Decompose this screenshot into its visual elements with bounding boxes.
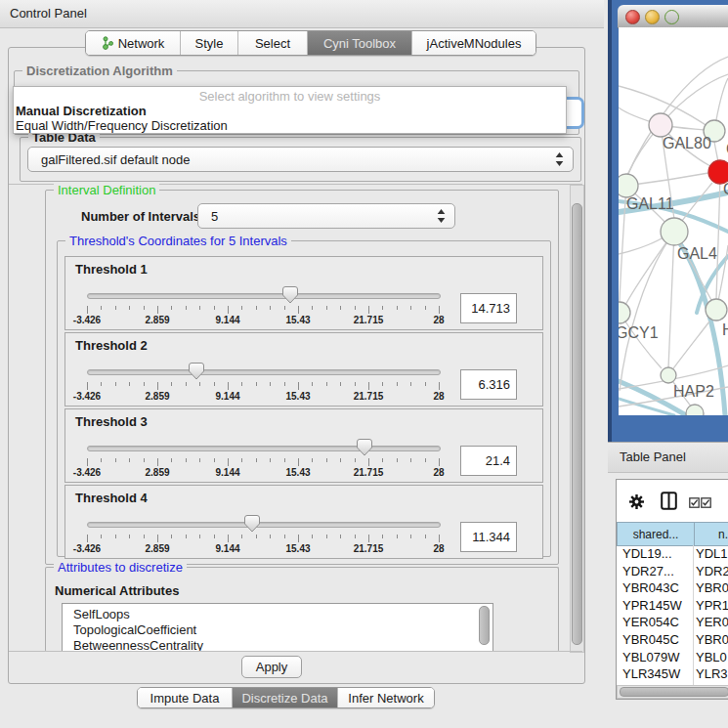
attributes-list[interactable]: SelfLoopsTopologicalCoefficientBetweenne… (62, 603, 493, 652)
slider-tick (410, 382, 411, 386)
tab-style[interactable]: Style (181, 31, 238, 55)
network-node-gcy1[interactable] (619, 302, 630, 323)
table-row-cell[interactable]: YBR043C (622, 580, 679, 595)
network-edge[interactable] (619, 236, 664, 254)
slider-tick (115, 306, 116, 310)
list-item-selfloops[interactable]: SelfLoops (73, 607, 130, 621)
tab-network[interactable]: Network (86, 31, 181, 55)
tab-jactivemnodules[interactable]: jActiveMNodules (412, 31, 535, 55)
threshold-value-field[interactable]: 21.4 (460, 446, 517, 476)
slider-tick (115, 382, 116, 386)
network-edge[interactable] (716, 172, 720, 299)
close-traffic-light[interactable] (625, 10, 640, 24)
tab-cyni-toolbox[interactable]: Cyni Toolbox (308, 31, 412, 55)
network-node-node-h[interactable] (706, 299, 727, 321)
network-edge[interactable] (668, 232, 674, 368)
slider-tick-label: 2.859 (145, 391, 169, 402)
table-row-cell[interactable]: YER0 (696, 615, 728, 629)
slider-tick (425, 382, 426, 386)
network-edge[interactable] (668, 321, 709, 375)
panel-scrollbar-thumb[interactable] (572, 203, 582, 645)
network-graph[interactable]: GAL80GCGAL11GAL4GCY1HHAP2 (619, 27, 728, 415)
column-header-name[interactable]: n... (694, 522, 728, 546)
slider-tick (144, 535, 145, 538)
table-row-cell[interactable]: YBR0 (696, 580, 728, 595)
split-view-icon[interactable] (661, 492, 677, 514)
table-row-cell[interactable]: YPR145W (622, 598, 682, 613)
checkbox-checked-icon[interactable] (701, 494, 711, 512)
table-row-cell[interactable]: YLR345W (622, 666, 680, 681)
table-hscrollbar-thumb[interactable] (620, 687, 728, 697)
apply-button[interactable]: Apply (241, 656, 302, 678)
number-of-intervals-spinner[interactable]: 5 (197, 203, 455, 229)
attributes-list-scrollbar[interactable] (479, 606, 490, 645)
threshold-slider-thumb[interactable] (356, 438, 373, 457)
table-row-cell[interactable]: YPR1 (696, 598, 728, 613)
table-hscrollbar-track[interactable] (617, 685, 728, 699)
network-node-label: H (722, 321, 728, 338)
table-row-cell[interactable]: YDL1 (696, 546, 728, 561)
slider-tick (270, 458, 271, 462)
tab-discretize-data[interactable]: Discretize Data (233, 688, 338, 707)
gear-icon[interactable] (628, 493, 645, 514)
table-row-cell[interactable]: YDR27... (622, 564, 674, 578)
slider-tick-label: 15.43 (285, 391, 310, 402)
list-item-betweennesscentrality[interactable]: BetweennessCentrality (73, 638, 203, 652)
slider-tick (368, 382, 369, 390)
threshold-value-field[interactable]: 11.344 (460, 522, 517, 552)
table-row-cell[interactable]: YBR045C (622, 632, 679, 647)
tab-infer-network[interactable]: Infer Network (338, 688, 434, 707)
tab-impute-data[interactable]: Impute Data (138, 688, 233, 707)
network-node-bottom-node[interactable] (686, 405, 704, 415)
threshold-value-field[interactable]: 6.316 (460, 369, 517, 400)
slider-tick (101, 382, 102, 386)
dropdown-option-equal-width-frequency[interactable]: Equal Width/Frequency Discretization (16, 118, 228, 133)
table-row-cell[interactable]: YDL19... (622, 546, 672, 561)
network-edge[interactable] (627, 57, 728, 175)
network-node-gal80[interactable] (649, 113, 672, 137)
minimize-traffic-light[interactable] (645, 10, 660, 24)
threshold-slider-track[interactable] (87, 522, 441, 528)
slider-tick (228, 306, 229, 314)
network-window-titlebar[interactable] (618, 5, 728, 28)
network-node-gal4[interactable] (661, 218, 688, 245)
slider-tick (214, 382, 215, 386)
slider-tick (425, 535, 426, 538)
table-row-cell[interactable]: YBL0 (696, 650, 727, 664)
slider-tick (410, 306, 411, 310)
table-row-cell[interactable]: YBL079W (622, 650, 680, 664)
table-row-cell[interactable]: YBR0 (696, 632, 728, 647)
slider-tick (298, 535, 299, 542)
tab-select[interactable]: Select (238, 31, 308, 55)
table-row-cell[interactable]: YDR2 (696, 564, 728, 578)
threshold-slider-track[interactable] (87, 446, 441, 451)
threshold-label: Threshold 2 (75, 338, 148, 353)
table-row-cell[interactable]: YLR3 (696, 666, 728, 681)
slider-tick (241, 306, 242, 310)
tab-label: Cyni Toolbox (323, 36, 396, 51)
slider-tick (326, 458, 327, 462)
threshold-slider-thumb[interactable] (281, 285, 299, 305)
slider-tick (115, 458, 116, 462)
network-node-gal11[interactable] (619, 174, 638, 197)
threshold-slider-track[interactable] (87, 369, 441, 375)
column-header-shared-name[interactable]: shared... (617, 522, 695, 546)
slider-tick-label: 28 (433, 467, 444, 478)
list-item-topologicalcoefficient[interactable]: TopologicalCoefficient (73, 622, 196, 637)
table-data-combobox[interactable]: galFiltered.sif default node (27, 147, 574, 172)
slider-tick-label: 9.144 (215, 543, 239, 554)
zoom-traffic-light[interactable] (664, 10, 679, 24)
slider-tick (326, 306, 327, 310)
checkbox-checked-icon[interactable] (689, 494, 700, 512)
threshold-slider-thumb[interactable] (243, 514, 261, 534)
slider-tick (199, 535, 200, 538)
threshold-value-field[interactable]: 14.713 (460, 293, 517, 323)
network-canvas[interactable]: GAL80GCGAL11GAL4GCY1HHAP2 (619, 27, 728, 415)
slider-tick (129, 306, 130, 310)
slider-tick (171, 535, 172, 538)
threshold-slider-track[interactable] (87, 293, 441, 299)
table-row-cell[interactable]: YER054C (622, 615, 679, 629)
dropdown-option-manual-discretization[interactable]: Manual Discretization (16, 104, 147, 118)
network-node-hap2[interactable] (661, 367, 676, 383)
threshold-slider-thumb[interactable] (188, 362, 205, 381)
